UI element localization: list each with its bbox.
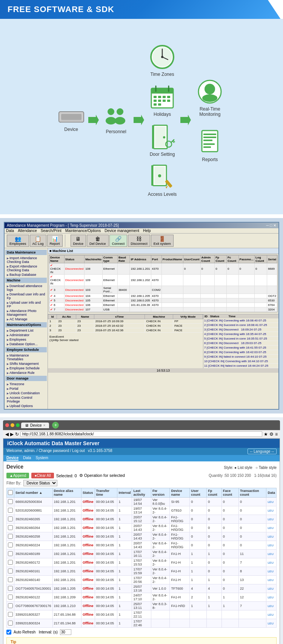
machine-row-1[interactable]: ✔ CHECK IN Disconnected 108Ethernet192.1… (49, 263, 277, 275)
btn-report[interactable]: 📊 Report (47, 235, 63, 247)
btn-disconnect[interactable]: ⛓ Disconnect (128, 235, 150, 247)
row-cb[interactable] (8, 525, 13, 530)
machine-row-7[interactable]: ✔ 7 Disconnected 107USB 3204 (49, 307, 277, 312)
sidebar-shifts[interactable]: Shifts Management (5, 361, 47, 366)
browser-tab[interactable]: 🖥 Device × (21, 423, 49, 428)
device-row[interactable]: OGT708006767300176 192.168.1.210 Offline… (7, 602, 277, 610)
reload-btn[interactable]: ↻ (15, 432, 19, 437)
nav-device[interactable]: Device (6, 456, 18, 461)
col-users[interactable]: User count (190, 488, 207, 498)
select-all-cb[interactable] (8, 490, 13, 495)
sidebar-rule[interactable]: Attendance Rule (5, 370, 47, 375)
sidebar-employees[interactable]: Employees (5, 337, 47, 342)
sidebar-download-logs[interactable]: Download attendance logs (5, 284, 47, 292)
machine-row-6[interactable]: ✔ 6 Disconnected 106Ethernet101.81.228.3… (49, 303, 277, 307)
col-fp[interactable]: Fp count (207, 488, 222, 498)
col-data[interactable]: Data (266, 488, 277, 498)
col-alias[interactable]: Device alias name (52, 488, 81, 498)
sidebar-backup[interactable]: Backup Database (5, 272, 47, 277)
language-selector[interactable]: -- Language -- (248, 449, 277, 454)
col-transfer[interactable]: Transfer time (95, 488, 117, 498)
sidebar-photo[interactable]: Attendance Photo Management (5, 309, 47, 317)
row-cb[interactable] (8, 586, 13, 591)
back-btn[interactable]: ◀ (5, 432, 9, 437)
log-row-1[interactable]: 123232018-07-25 16:09:39CHECK INFP (48, 319, 203, 324)
device-row[interactable]: 66691825000304 192.168.1.201 Offline 00:… (7, 498, 277, 506)
col-serial[interactable]: Serial number ▲ (14, 488, 53, 498)
machine-row-3[interactable]: ✔ 3 Disconnected 103Serial Port/...38400… (49, 286, 277, 294)
sidebar-ac-manage[interactable]: AC Manage (5, 317, 47, 321)
machine-row-5[interactable]: ✔ 5 Disconnected 105Ethernet192.168.0.20… (49, 298, 277, 303)
btn-device[interactable]: 🖥 Device (71, 235, 86, 247)
row-cb[interactable] (8, 534, 13, 539)
device-row[interactable]: 3929182460122 192.168.1.209 Offline 00:0… (7, 593, 277, 602)
sidebar-admin[interactable]: Administrator (5, 333, 47, 337)
col-trans[interactable]: Transaction count (238, 488, 266, 498)
device-row[interactable]: 3929182460140 192.168.1.201 Offline 00:0… (7, 576, 277, 584)
row-cb[interactable] (8, 569, 13, 573)
new-tab-btn[interactable]: + (52, 422, 59, 429)
device-row[interactable]: 3929182460224 192.168.1.201 Offline 00:0… (7, 541, 277, 550)
device-row[interactable]: 3399201800324 217.65.194.88 Offline 00:0… (7, 619, 277, 628)
nav-system[interactable]: System (35, 456, 48, 461)
sidebar-schedule[interactable]: Employee Schedule (5, 366, 47, 370)
browser-min-btn[interactable] (11, 423, 14, 427)
row-cb[interactable] (8, 595, 13, 599)
settings-btn[interactable]: ⚙ (269, 432, 274, 437)
sidebar-download-user[interactable]: Download user info and Fp (5, 292, 47, 300)
row-cb[interactable] (8, 543, 13, 547)
menu-attendance[interactable]: Attendance (18, 229, 37, 233)
col-fw[interactable]: Fw version (151, 488, 170, 498)
sidebar-unlock[interactable]: Unlock Combination (5, 391, 47, 395)
sidebar-upload-options[interactable]: Upload Options (5, 404, 47, 408)
menu-help[interactable]: Help (143, 229, 151, 233)
sidebar-access-control[interactable]: Access Control Privilege (5, 395, 47, 404)
browser-close-btn[interactable] (5, 423, 9, 427)
sidebar-timetables[interactable]: Maintenance Timetables (5, 353, 47, 361)
btn-exit[interactable]: 🚪 Exit system (151, 235, 174, 247)
col-device-name[interactable]: Device name (170, 488, 190, 498)
device-row[interactable]: 3399201805327 217.65.194.88 Offline 00:0… (7, 610, 277, 619)
btn-del-device[interactable]: 🗑 Del Device (87, 235, 109, 247)
menu-data[interactable]: Data (6, 229, 14, 233)
device-row[interactable]: OGT704005704130001 192.168.1.205 Offline… (7, 584, 277, 593)
menu-search[interactable]: Search/Print (41, 229, 62, 233)
nav-data[interactable]: Data (23, 456, 31, 461)
row-cb[interactable] (8, 551, 13, 556)
forward-btn[interactable]: ▶ (10, 432, 14, 437)
machine-row-4[interactable]: ✔ 4 Disconnected 104Ethernet192.168.1.20… (49, 294, 277, 298)
device-row[interactable]: 3929182460161 192.168.1.201 Offline 00:0… (7, 567, 277, 576)
menu-device[interactable]: Device management (105, 229, 139, 233)
btn-employees[interactable]: 👥 Employees (7, 235, 29, 247)
col-status[interactable]: Status (82, 488, 95, 498)
bookmark-btn[interactable]: ★ (264, 432, 268, 437)
sidebar-timezone[interactable]: Timezone (5, 382, 47, 386)
browser-max-btn[interactable] (16, 423, 20, 427)
row-cb[interactable] (8, 603, 13, 608)
device-row[interactable]: 3929182460265 192.168.1.201 Offline 00:0… (7, 515, 277, 524)
row-cb[interactable] (8, 621, 13, 626)
device-row[interactable]: 3929182460172 192.168.1.201 Offline 00:0… (7, 558, 277, 567)
col-interval[interactable]: Interval (117, 488, 132, 498)
sidebar-db-option[interactable]: Database Option... (5, 342, 47, 346)
row-cb[interactable] (8, 516, 13, 521)
btn-ac-log[interactable]: 📋 AC Log (30, 235, 46, 247)
row-cb[interactable] (8, 499, 13, 504)
refresh-interval-input[interactable] (60, 629, 71, 635)
menu-btn[interactable]: ≡ (275, 432, 278, 437)
url-bar[interactable] (20, 431, 262, 437)
device-row[interactable]: 3929182460189 192.168.1.201 Offline 00:0… (7, 550, 277, 558)
filter-select[interactable]: Device Status (23, 480, 57, 486)
col-last[interactable]: Last activity (132, 488, 151, 498)
btn-connect[interactable]: 🔗 Connect (109, 235, 128, 247)
row-cb[interactable] (8, 508, 13, 513)
log-row-2[interactable]: 223232018-07-25 16:42:32CHECK INFACE (48, 324, 203, 328)
device-row[interactable]: 3929182460258 192.168.1.201 Offline 00:0… (7, 532, 277, 541)
append-btn[interactable]: ▲Append (6, 473, 29, 478)
sidebar-import[interactable]: Import Attendance Checking Data (5, 256, 47, 264)
tab-close[interactable]: × (43, 423, 46, 427)
sidebar-dept[interactable]: Department List (5, 328, 47, 333)
machine-row-2[interactable]: ✔ CHECK IN Disconnected 109Ethernet192.1… (49, 275, 277, 286)
row-cb[interactable] (8, 577, 13, 582)
row-cb[interactable] (8, 612, 13, 617)
